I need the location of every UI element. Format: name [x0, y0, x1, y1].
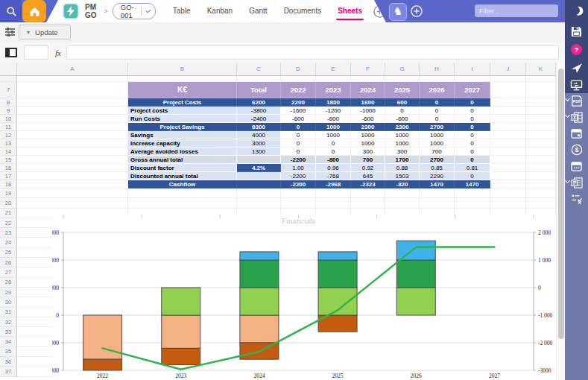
cell-G17[interactable]: 1503 — [385, 172, 420, 180]
cell-F15[interactable]: 700 — [351, 156, 385, 164]
cell-J8[interactable] — [490, 98, 526, 107]
cell-B6[interactable] — [128, 76, 237, 82]
cell-I9[interactable]: 0 — [455, 107, 490, 115]
cell-G6[interactable] — [385, 76, 420, 82]
cell-I19[interactable] — [455, 189, 490, 198]
cell-A11[interactable] — [17, 123, 128, 131]
cell-G20[interactable] — [385, 198, 420, 208]
check-cross-list-icon[interactable] — [565, 191, 588, 207]
cell-K7[interactable] — [526, 82, 556, 98]
cell-J6[interactable] — [490, 76, 526, 82]
formula-input[interactable] — [66, 45, 559, 60]
cell-K13[interactable] — [526, 139, 556, 148]
cell-I6[interactable] — [455, 76, 490, 82]
save-icon[interactable] — [565, 23, 588, 39]
column-header-F[interactable]: F — [351, 63, 385, 75]
cell-I18[interactable]: 1470 — [455, 180, 490, 189]
currency-icon[interactable]: $ — [565, 142, 588, 158]
row-number[interactable]: 22 — [0, 218, 17, 228]
cell-E17[interactable]: -768 — [316, 172, 351, 180]
row-number[interactable]: 8 — [0, 98, 17, 107]
cell-I13[interactable]: 0 — [455, 139, 490, 148]
cell-K17[interactable] — [526, 172, 556, 180]
column-header-G[interactable]: G — [385, 63, 420, 75]
settings-sliders-icon[interactable] — [4, 27, 16, 40]
cell-I11[interactable]: 0 — [455, 123, 490, 131]
cell-K19[interactable] — [526, 189, 556, 198]
cell-B15[interactable]: Gross annual total — [128, 156, 237, 164]
vertical-scrollbar[interactable] — [556, 63, 565, 380]
cell-J16[interactable] — [490, 164, 526, 172]
tab-kanban[interactable]: Kanban — [199, 0, 241, 22]
cell-D9[interactable]: -1600 — [281, 107, 316, 115]
cell-J13[interactable] — [490, 139, 526, 148]
row-number[interactable]: 30 — [0, 297, 17, 307]
cell-G12[interactable]: 1000 — [385, 131, 420, 139]
cell-G18[interactable]: -820 — [385, 180, 420, 189]
row-number[interactable]: 28 — [0, 278, 17, 288]
row-number[interactable]: 33 — [0, 327, 17, 337]
cell-H17[interactable]: 2290 — [420, 172, 455, 180]
cell-J15[interactable] — [490, 156, 526, 164]
cell-D11[interactable]: 0 — [281, 123, 316, 131]
cell-F14[interactable]: 300 — [351, 148, 385, 156]
update-button[interactable]: ▾ Update — [19, 25, 71, 39]
cell-A18[interactable] — [17, 180, 128, 189]
cell-E12[interactable]: 1000 — [316, 131, 351, 139]
tab-documents[interactable]: Documents — [276, 0, 330, 22]
row-number[interactable]: 26 — [0, 258, 17, 267]
cell-G16[interactable]: 0.88 — [385, 164, 420, 172]
cell-J11[interactable] — [490, 123, 526, 131]
cell-C7[interactable]: Total — [237, 82, 281, 98]
pane-toggle-icon[interactable] — [5, 48, 17, 57]
row-number[interactable]: 27 — [0, 267, 17, 277]
cell-G15[interactable]: 1700 — [385, 156, 420, 164]
cell-C19[interactable] — [237, 189, 281, 198]
column-header-E[interactable]: E — [316, 63, 351, 75]
send-icon[interactable] — [565, 60, 588, 76]
help-icon[interactable]: ? — [565, 41, 588, 57]
cell-H18[interactable]: 1470 — [420, 180, 455, 189]
row-number[interactable]: 23 — [0, 228, 17, 238]
cell-A19[interactable] — [17, 189, 128, 198]
row-number[interactable]: 29 — [0, 288, 17, 297]
cell-F19[interactable] — [351, 189, 385, 198]
tab-gantt[interactable]: Gantt — [241, 0, 275, 22]
row-number[interactable]: 20 — [0, 198, 17, 208]
cell-C6[interactable] — [237, 76, 281, 82]
cell-D16[interactable]: 1.00 — [281, 164, 316, 172]
cell-J12[interactable] — [490, 131, 526, 139]
cell-H19[interactable] — [420, 189, 455, 198]
cell-C8[interactable]: 6200 — [237, 98, 281, 107]
row-number[interactable]: 7 — [0, 82, 17, 98]
cell-D14[interactable]: 0 — [281, 148, 316, 156]
cell-H15[interactable]: 2700 — [420, 156, 455, 164]
calendar-dots-icon[interactable] — [565, 158, 588, 174]
cell-F16[interactable]: 0.92 — [351, 164, 385, 172]
column-header-D[interactable]: D — [281, 63, 316, 75]
cell-B7[interactable]: K€ — [128, 82, 237, 98]
row-number[interactable]: 12 — [0, 131, 17, 139]
scrollbar-thumb[interactable] — [558, 69, 564, 339]
cell-H7[interactable]: 2026 — [420, 82, 455, 98]
cell-D10[interactable]: -600 — [281, 115, 316, 123]
cell-D20[interactable] — [281, 198, 316, 208]
cell-D13[interactable]: 0 — [281, 139, 316, 148]
column-header-H[interactable]: H — [420, 63, 455, 75]
cell-J7[interactable] — [490, 82, 526, 98]
cell-K10[interactable] — [526, 115, 556, 123]
cell-D6[interactable] — [281, 76, 316, 82]
project-selector[interactable]: GO-001 — [113, 3, 156, 19]
cell-I10[interactable]: 0 — [455, 115, 490, 123]
cell-K18[interactable] — [526, 180, 556, 189]
cell-G10[interactable]: -600 — [385, 115, 420, 123]
cell-I14[interactable]: 0 — [455, 148, 490, 156]
row-number[interactable]: 34 — [0, 337, 17, 346]
cell-I12[interactable]: 0 — [455, 131, 490, 139]
cell-I17[interactable]: 0 — [455, 172, 490, 180]
cell-A13[interactable] — [17, 139, 128, 148]
cell-E6[interactable] — [316, 76, 351, 82]
row-number[interactable]: 18 — [0, 180, 17, 189]
cell-H9[interactable]: 0 — [420, 107, 455, 115]
cell-F13[interactable]: 1000 — [351, 139, 385, 148]
